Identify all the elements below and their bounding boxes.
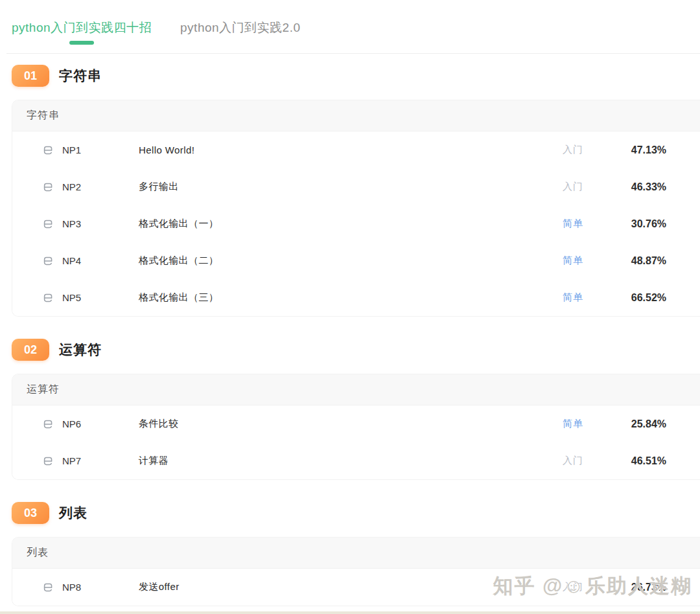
problem-title: 格式化输出（二） — [139, 255, 563, 267]
problem-row[interactable]: NP1Hello World!入门47.13% — [12, 131, 700, 168]
problem-title: 计算器 — [139, 455, 563, 467]
pass-rate: 66.52% — [601, 292, 666, 304]
tabs-divider — [6, 53, 700, 54]
problem-id: NP7 — [62, 455, 139, 466]
problem-id: NP1 — [62, 144, 139, 155]
exercise-e-icon — [42, 181, 54, 193]
pass-rate: 46.51% — [601, 455, 666, 467]
chapter-title: 字符串 — [59, 67, 102, 85]
active-tab-underline — [69, 41, 94, 45]
problem-id: NP3 — [62, 218, 139, 229]
difficulty-label: 入门 — [563, 144, 601, 156]
problem-card: 字符串NP1Hello World!入门47.13%NP2多行输出入门46.33… — [12, 100, 700, 317]
exercise-e-icon — [42, 455, 54, 467]
chapter-section: 02运算符运算符NP6条件比较简单25.84%NP7计算器入门46.51% — [0, 339, 700, 480]
chapter-title: 列表 — [59, 504, 88, 522]
problem-id: NP6 — [62, 418, 139, 429]
pass-rate: 25.84% — [601, 418, 666, 430]
problem-card: 运算符NP6条件比较简单25.84%NP7计算器入门46.51% — [12, 374, 700, 480]
problem-title: 发送offer — [139, 581, 563, 593]
problem-row[interactable]: NP8发送offer入门26.73% — [12, 569, 700, 606]
pass-rate: 47.13% — [601, 144, 666, 156]
bottom-edge-strip — [0, 611, 700, 614]
tab-label: python入门到实践四十招 — [12, 19, 152, 36]
exercise-e-icon — [42, 144, 54, 156]
pass-rate: 46.33% — [601, 181, 666, 193]
problem-id: NP5 — [62, 292, 139, 303]
problem-row[interactable]: NP4格式化输出（二）简单48.87% — [12, 242, 700, 279]
problem-title: Hello World! — [139, 144, 563, 155]
difficulty-label: 简单 — [563, 291, 601, 304]
chapter-sections-container: 01字符串字符串NP1Hello World!入门47.13%NP2多行输出入门… — [0, 65, 700, 606]
problem-title: 格式化输出（一） — [139, 218, 563, 230]
card-header-title: 列表 — [12, 538, 700, 569]
difficulty-label: 入门 — [563, 181, 601, 193]
chapter-number-badge: 02 — [12, 339, 49, 361]
course-tabs: python入门到实践四十招 python入门到实践2.0 — [0, 0, 700, 45]
tab-label: python入门到实践2.0 — [180, 19, 300, 36]
difficulty-label: 入门 — [563, 581, 601, 593]
card-header-title: 字符串 — [12, 100, 700, 131]
problem-title: 条件比较 — [139, 418, 563, 430]
problem-id: NP4 — [62, 255, 139, 266]
pass-rate: 30.76% — [601, 218, 666, 230]
problem-row[interactable]: NP2多行输出入门46.33% — [12, 168, 700, 205]
problem-row[interactable]: NP5格式化输出（三）简单66.52% — [12, 279, 700, 316]
exercise-e-icon — [42, 218, 54, 230]
exercise-e-icon — [42, 582, 54, 593]
card-header-title: 运算符 — [12, 374, 700, 405]
problem-card: 列表NP8发送offer入门26.73% — [12, 537, 700, 606]
difficulty-label: 简单 — [563, 418, 601, 430]
chapter-head: 01字符串 — [12, 65, 700, 87]
chapter-head: 03列表 — [12, 502, 700, 524]
pass-rate: 48.87% — [601, 255, 666, 267]
exercise-e-icon — [42, 418, 54, 430]
problem-row[interactable]: NP7计算器入门46.51% — [12, 442, 700, 479]
course-practice-page: python入门到实践四十招 python入门到实践2.0 01字符串字符串NP… — [0, 0, 700, 614]
chapter-number-badge: 03 — [12, 502, 49, 524]
pass-rate: 26.73% — [601, 582, 666, 593]
problem-id: NP8 — [62, 582, 139, 593]
difficulty-label: 入门 — [563, 455, 601, 467]
difficulty-label: 简单 — [563, 218, 601, 230]
problem-row[interactable]: NP6条件比较简单25.84% — [12, 405, 700, 442]
chapter-number-badge: 01 — [12, 65, 49, 87]
chapter-section: 01字符串字符串NP1Hello World!入门47.13%NP2多行输出入门… — [0, 65, 700, 317]
chapter-title: 运算符 — [59, 341, 102, 359]
chapter-section: 03列表列表NP8发送offer入门26.73% — [0, 502, 700, 606]
exercise-e-icon — [42, 255, 54, 267]
tab-python-forty-tricks[interactable]: python入门到实践四十招 — [12, 19, 152, 45]
problem-id: NP2 — [62, 181, 139, 192]
problem-title: 格式化输出（三） — [139, 291, 563, 304]
exercise-e-icon — [42, 292, 54, 304]
tab-python-2-0[interactable]: python入门到实践2.0 — [180, 19, 300, 36]
difficulty-label: 简单 — [563, 255, 601, 267]
problem-title: 多行输出 — [139, 181, 563, 193]
problem-row[interactable]: NP3格式化输出（一）简单30.76% — [12, 205, 700, 242]
chapter-head: 02运算符 — [12, 339, 700, 361]
